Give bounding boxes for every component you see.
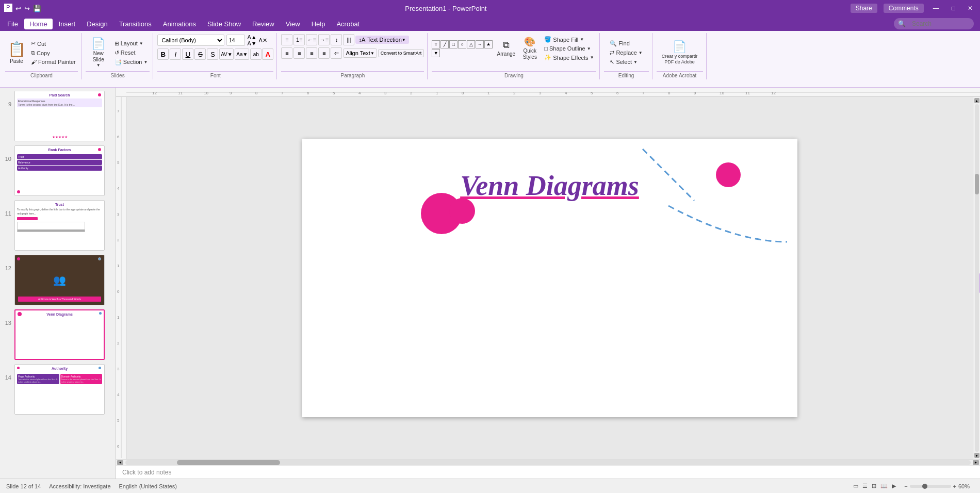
h-scroll-track[interactable]: [125, 460, 971, 465]
zoom-slider-thumb[interactable]: [922, 484, 927, 489]
adobe-create-button[interactable]: 📄 Crear y compartir PDF de Adobe: [657, 37, 703, 68]
find-button[interactable]: 🔍 Find: [608, 39, 644, 48]
bold-button[interactable]: B: [157, 48, 169, 60]
menu-slideshow[interactable]: Slide Show: [202, 19, 246, 29]
menu-acrobat[interactable]: Acrobat: [331, 19, 365, 29]
font-color-button[interactable]: A: [262, 48, 273, 60]
notes-bar[interactable]: Click to add notes: [116, 466, 980, 479]
quick-styles-button[interactable]: 🎨 Quick Styles: [518, 34, 541, 63]
menu-view[interactable]: View: [281, 19, 305, 29]
slide-img-13[interactable]: Venn Diagrams: [14, 309, 105, 360]
shape-effects-button[interactable]: ✨ Shape Effects▼: [542, 53, 596, 62]
align-right-button[interactable]: ≡: [306, 47, 317, 59]
cut-button[interactable]: ✂ Cut: [29, 39, 78, 48]
menu-design[interactable]: Design: [81, 19, 112, 29]
select-button[interactable]: ↖ Select▼: [608, 58, 644, 67]
columns-button[interactable]: |||: [343, 34, 354, 45]
close-button[interactable]: ✕: [965, 5, 976, 12]
scroll-down-button[interactable]: ▼: [974, 453, 979, 458]
copy-button[interactable]: ⧉ Copy: [29, 48, 78, 57]
quick-access-redo[interactable]: ↪: [24, 5, 30, 12]
slide-thumb-10[interactable]: 10 Rank Factors Trust Relevance Authorit…: [2, 144, 113, 197]
menu-animations[interactable]: Animations: [158, 19, 201, 29]
menu-home[interactable]: Home: [24, 19, 53, 29]
char-spacing-button[interactable]: AV▼: [219, 48, 234, 60]
shape-tool-more[interactable]: ▼: [432, 49, 440, 57]
increase-indent-button[interactable]: →≡: [318, 34, 330, 45]
arrange-button[interactable]: ⧉ Arrange: [495, 34, 517, 63]
bullets-button[interactable]: ≡: [281, 34, 292, 45]
slide-img-9[interactable]: Paid Search Educational Responses Tamra …: [14, 91, 105, 141]
menu-review[interactable]: Review: [247, 19, 280, 29]
align-center-button[interactable]: ≡: [293, 47, 305, 59]
replace-button[interactable]: ⇄ Replace▼: [608, 48, 644, 57]
quick-access-save[interactable]: 💾: [33, 5, 41, 12]
font-grow-button[interactable]: A▲: [247, 34, 256, 40]
view-normal-icon[interactable]: ▭: [853, 483, 858, 489]
pink-circle-small[interactable]: [449, 198, 475, 224]
align-left-button[interactable]: ≡: [281, 47, 292, 59]
shape-tool-line[interactable]: ╱: [440, 40, 449, 48]
shape-tool-arrow[interactable]: →: [476, 40, 484, 48]
comments-button[interactable]: Comments: [884, 4, 924, 13]
restore-button[interactable]: □: [949, 5, 958, 12]
slide-thumb-11[interactable]: 11 Trust To modify this graph, define th…: [2, 199, 113, 252]
zoom-slider[interactable]: [910, 485, 951, 488]
scroll-right-button[interactable]: ►: [973, 460, 979, 465]
convert-smartart-button[interactable]: Convert to SmartArt: [378, 49, 424, 57]
slide-thumb-9[interactable]: 9 Paid Search Educational Responses Tamr…: [2, 90, 113, 142]
quick-access-undo[interactable]: ↩: [15, 5, 21, 12]
v-scroll-thumb[interactable]: [975, 174, 979, 194]
slide-img-10[interactable]: Rank Factors Trust Relevance Authority: [14, 145, 105, 196]
view-slideshow-icon[interactable]: ▶: [892, 483, 896, 489]
underline-button[interactable]: U: [182, 48, 193, 60]
shape-tool-star[interactable]: ★: [484, 40, 493, 48]
line-spacing-button[interactable]: ↕: [331, 34, 342, 45]
slide-img-11[interactable]: Trust To modify this graph, define the l…: [14, 200, 105, 251]
menu-file[interactable]: File: [2, 19, 23, 29]
minimize-button[interactable]: —: [930, 5, 942, 12]
section-button[interactable]: 📑 Section ▼: [112, 58, 150, 67]
font-family-select[interactable]: Calibri (Body): [157, 35, 224, 46]
shape-outline-button[interactable]: □ Shape Outline▼: [542, 44, 596, 53]
format-painter-button[interactable]: 🖌 Format Painter: [29, 58, 78, 66]
search-input[interactable]: [908, 19, 970, 28]
numbering-button[interactable]: 1≡: [293, 34, 305, 45]
slide-canvas-wrap[interactable]: Venn Diagrams ›: [126, 97, 973, 459]
menu-help[interactable]: Help: [306, 19, 331, 29]
slide-img-14[interactable]: Authority Page Authority Tamra is the se…: [14, 364, 105, 415]
slides-panel[interactable]: 9 Paid Search Educational Responses Tamr…: [0, 88, 116, 479]
menu-transitions[interactable]: Transitions: [114, 19, 157, 29]
shape-tool-triangle[interactable]: △: [467, 40, 475, 48]
shadow-button[interactable]: S: [207, 48, 218, 60]
menu-insert[interactable]: Insert: [54, 19, 81, 29]
paste-button[interactable]: 📋 Paste: [5, 37, 28, 68]
zoom-in-button[interactable]: +: [953, 483, 956, 489]
font-clear-button[interactable]: A✕: [259, 37, 267, 44]
font-shrink-button[interactable]: A▼: [247, 40, 256, 46]
h-scrollbar[interactable]: ◄ ►: [116, 459, 980, 466]
scroll-up-button[interactable]: ▲: [974, 98, 979, 103]
highlight-button[interactable]: ab: [250, 48, 262, 60]
justify-button[interactable]: ≡: [318, 47, 330, 59]
slide-thumb-13[interactable]: 13 Venn Diagrams: [2, 308, 113, 361]
h-scroll-thumb[interactable]: [177, 460, 280, 465]
align-text-button[interactable]: Align Text▼: [343, 48, 377, 58]
shape-tool-circle[interactable]: ○: [458, 40, 466, 48]
case-button[interactable]: Aa▼: [235, 48, 249, 60]
slide-thumb-12[interactable]: 12 👥 A Picture is Worth a Thousand Words: [2, 254, 113, 306]
scroll-left-button[interactable]: ◄: [117, 460, 123, 465]
shape-tool-textbox[interactable]: T: [432, 40, 440, 48]
rtl-button[interactable]: ⇐: [331, 47, 342, 59]
shape-tool-rect[interactable]: □: [449, 40, 458, 48]
italic-button[interactable]: I: [170, 48, 181, 60]
text-direction-button[interactable]: ↕AText Direction▼: [355, 36, 409, 44]
view-slide-sorter-icon[interactable]: ⊞: [872, 483, 876, 489]
shape-fill-button[interactable]: 🪣 Shape Fill▼: [542, 35, 596, 44]
slide-canvas[interactable]: Venn Diagrams: [302, 139, 797, 417]
v-scroll-track[interactable]: [975, 104, 979, 452]
view-outline-icon[interactable]: ☰: [862, 483, 868, 489]
zoom-out-button[interactable]: −: [904, 483, 907, 489]
layout-button[interactable]: ⊞ Layout ▼: [112, 39, 150, 48]
slide-img-12[interactable]: 👥 A Picture is Worth a Thousand Words: [14, 255, 105, 305]
